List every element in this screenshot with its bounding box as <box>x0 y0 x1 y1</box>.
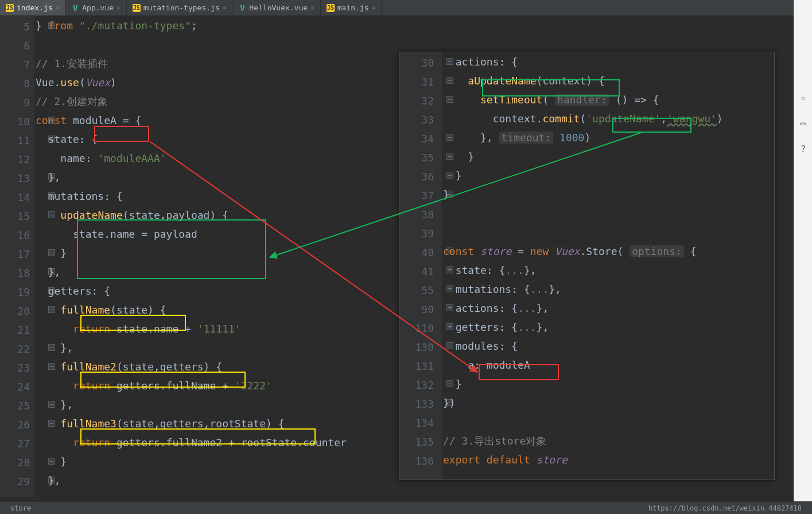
token: }, <box>549 283 561 295</box>
line-number: 10 <box>0 112 34 131</box>
code-line[interactable]: getters: {...}, <box>443 318 772 337</box>
code-line[interactable]: mutations: {...}, <box>443 280 772 299</box>
code-line[interactable]: setTimeout( handler: () => { <box>443 90 772 109</box>
line-number: 21 <box>0 320 34 339</box>
line-number: 6 <box>0 36 34 55</box>
token: modules: { <box>443 340 518 352</box>
token: getters.fullName2 + rootState.counter <box>116 436 347 449</box>
token: }, <box>443 132 499 144</box>
code-line[interactable] <box>443 204 772 223</box>
token: // 2.创建对象 <box>36 95 108 107</box>
line-number: 33 <box>399 110 442 129</box>
code-line[interactable]: actions: {...}, <box>443 299 772 318</box>
token: }) <box>443 397 456 409</box>
token: getters: { <box>36 285 110 297</box>
line-number: 25 <box>0 396 34 415</box>
editor-peek-panel[interactable]: 3031323334353637383940415590110130131132… <box>399 52 775 480</box>
token: } <box>443 188 449 200</box>
code-line[interactable]: } <box>443 185 772 204</box>
token: context. <box>443 113 542 125</box>
token: new <box>530 245 555 257</box>
status-right: https://blog.csdn.net/weixin_44827418 <box>648 504 802 512</box>
token: return <box>73 436 116 449</box>
line-number: 7 <box>0 55 34 74</box>
code-line[interactable] <box>443 412 772 431</box>
code-line[interactable]: }, timeout: 1000) <box>443 128 772 147</box>
token: } <box>443 169 462 181</box>
tab-mutation-types-js[interactable]: JSmutation-types.js✕ <box>127 0 233 16</box>
code-line[interactable]: } <box>443 374 772 393</box>
tab-index-js[interactable]: JSindex.js✕ <box>0 0 65 16</box>
line-number: 40 <box>399 243 442 262</box>
token <box>553 132 560 144</box>
code-line[interactable]: } <box>443 147 772 166</box>
code-line[interactable]: context.commit('updateName','wangwu') <box>443 109 772 128</box>
help-icon[interactable]: ? <box>801 144 806 154</box>
token: }, <box>524 264 537 276</box>
vue-file-icon: V <box>71 4 79 12</box>
token: options: <box>630 245 684 257</box>
close-icon[interactable]: ✕ <box>372 4 376 11</box>
token: from <box>48 20 79 32</box>
code-line[interactable]: export default store <box>443 450 772 469</box>
token: }, <box>36 342 73 354</box>
code-area-right[interactable]: actions: { aUpdateName(context) { setTim… <box>443 52 772 480</box>
code-line[interactable]: aUpdateName(context) { <box>443 71 772 90</box>
line-number: 13 <box>0 169 34 188</box>
line-number-gutter-right: 3031323334353637383940415590110130131132… <box>399 52 442 480</box>
token <box>36 436 73 449</box>
bookmark-icon[interactable]: ▭ <box>801 118 806 129</box>
code-line[interactable]: const store = new Vuex.Store( options: { <box>443 242 772 261</box>
token <box>36 361 60 373</box>
token: store <box>480 245 511 257</box>
token: use <box>60 76 79 88</box>
tab-main-js[interactable]: JSmain.js✕ <box>321 0 382 16</box>
line-number: 18 <box>0 264 34 283</box>
tab-hellovuex-vue[interactable]: VHelloVuex.vue✕ <box>232 0 320 16</box>
token: }, <box>36 266 60 278</box>
token: }, <box>36 474 60 486</box>
code-line[interactable] <box>443 223 772 242</box>
token: mutations: { <box>443 283 530 295</box>
token: } <box>36 247 67 259</box>
token: (state,getters) { <box>116 361 222 373</box>
close-icon[interactable]: ✕ <box>223 4 227 11</box>
code-line[interactable]: } from "./mutation-types"; <box>36 16 801 35</box>
token: state.name = payload <box>36 228 197 240</box>
token: store <box>537 454 568 466</box>
code-line[interactable]: a: moduleA <box>443 355 772 374</box>
token: = <box>511 245 530 257</box>
line-number: 23 <box>0 358 34 377</box>
code-line[interactable]: } <box>443 166 772 185</box>
close-icon[interactable]: ✕ <box>116 4 121 11</box>
token: ; <box>191 20 197 32</box>
line-number: 22 <box>0 339 34 358</box>
code-line[interactable]: modules: { <box>443 337 772 355</box>
token <box>36 304 60 316</box>
code-line[interactable]: }) <box>443 393 772 412</box>
tab-app-vue[interactable]: VApp.vue✕ <box>65 0 126 16</box>
line-number: 110 <box>399 319 442 338</box>
token: actions: { <box>443 56 518 68</box>
token <box>443 94 480 106</box>
token: a: moduleA <box>443 359 530 371</box>
line-number: 130 <box>399 338 442 357</box>
close-icon[interactable]: ✕ <box>56 4 60 11</box>
line-number: 38 <box>399 205 442 224</box>
star-icon[interactable]: ☆ <box>801 92 806 103</box>
token: export default <box>443 454 537 466</box>
line-number: 15 <box>0 207 34 226</box>
code-line[interactable]: state: {...}, <box>443 261 772 280</box>
code-line[interactable]: // 3.导出store对象 <box>443 431 772 450</box>
js-file-icon: JS <box>133 4 141 12</box>
line-number: 20 <box>0 302 34 320</box>
line-number: 30 <box>399 53 442 72</box>
code-line[interactable]: actions: { <box>443 52 772 71</box>
js-file-icon: JS <box>327 4 335 12</box>
line-number: 39 <box>399 224 442 243</box>
token: () => { <box>609 94 659 106</box>
token: return <box>73 323 116 335</box>
token: timeout: <box>499 132 554 144</box>
token: }, <box>537 302 549 314</box>
close-icon[interactable]: ✕ <box>310 4 314 11</box>
